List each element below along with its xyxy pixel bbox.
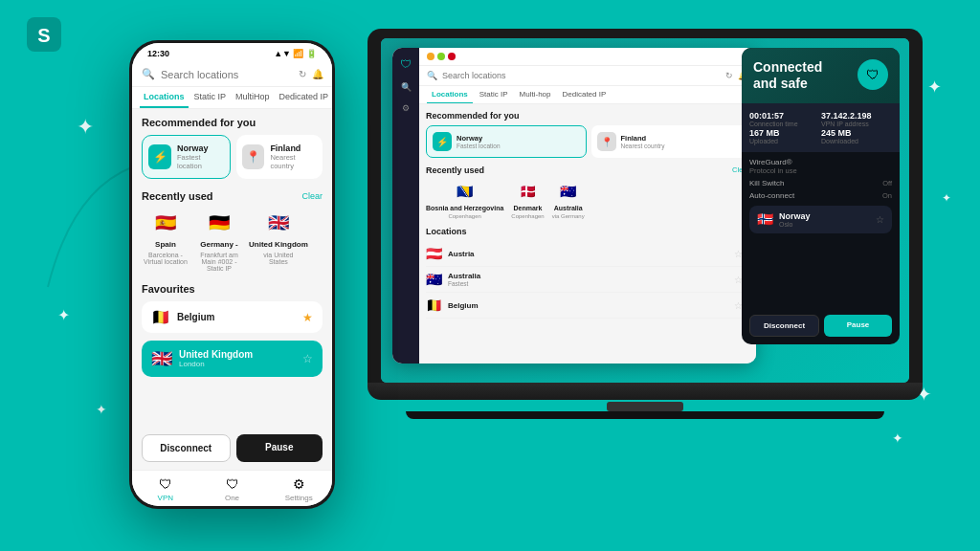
app-flag-denmark-name: Denmark (514, 205, 543, 211)
phone-time: 12:30 (147, 49, 169, 58)
clear-button[interactable]: Clear (301, 191, 323, 201)
connected-sub: London (179, 360, 253, 368)
favourites-section: Favourites 🇧🇪 Belgium ★ (142, 283, 323, 333)
fav-item-belgium[interactable]: 🇧🇪 Belgium ★ (142, 301, 323, 333)
laptop-bezel: 🛡 🔍 ⚙ 🔍 (368, 29, 923, 383)
app-window: 🛡 🔍 ⚙ 🔍 (392, 48, 756, 364)
app-tab-locations[interactable]: Locations (427, 86, 473, 103)
app-search-input[interactable] (442, 71, 721, 80)
flag-uk-name: United Kingdom (249, 240, 308, 249)
app-rec-finland[interactable]: 📍 Finland Nearest country (591, 125, 750, 158)
app-sidebar: 🛡 🔍 ⚙ (392, 48, 419, 364)
app-tab-dedicated[interactable]: Dedicated IP (557, 86, 611, 103)
rec-sub-finland: Nearest country (270, 153, 317, 170)
cp-autoconnect-value: On (882, 191, 892, 200)
nav-settings[interactable]: ⚙ Settings (265, 476, 332, 502)
fav-name-belgium: Belgium (177, 312, 214, 322)
nav-vpn[interactable]: 🛡 VPN (132, 476, 199, 502)
nav-one[interactable]: 🛡 One (199, 476, 266, 502)
flag-germany-sub: Frankfurt am Main #002 - Static IP (195, 252, 243, 272)
close-button[interactable] (448, 53, 456, 60)
app-flag-bosnia-circle: 🇧🇦 (454, 180, 477, 203)
app-flag-australia-sub: via Germany (552, 213, 585, 219)
rec-card-norway[interactable]: ⚡ Norway Fastest location (142, 135, 231, 179)
locations-title: Locations (426, 227, 749, 236)
laptop-screen: 🛡 🔍 ⚙ 🔍 (381, 38, 909, 383)
app-flag-denmark-circle: 🇩🇰 (516, 180, 539, 203)
sparkle-1: ✦ (77, 115, 94, 140)
rec-card-finland[interactable]: 📍 Finland Nearest country (236, 135, 323, 179)
window-controls (427, 53, 456, 60)
cp-stats: 00:01:57 Connection time 37.142.2.198 VP… (742, 103, 900, 152)
rec-icon-finland: 📍 (242, 144, 265, 169)
cp-actions: Disconnect Pause (742, 307, 900, 344)
phone-tab-multihop[interactable]: MultiHop (232, 87, 274, 108)
maximize-button[interactable] (437, 53, 445, 60)
phone-disconnect-button[interactable]: Disconnect (142, 434, 231, 462)
cp-stat-download: 245 MB Downloaded (821, 128, 892, 144)
connected-flag: 🇬🇧 (151, 348, 172, 369)
surfshark-logo: S (27, 17, 61, 52)
location-australia-sub: Fastest (448, 280, 480, 287)
location-australia-name: Australia (448, 272, 480, 280)
connected-banner[interactable]: 🇬🇧 United Kingdom London ☆ (142, 341, 323, 377)
phone-tab-static[interactable]: Static IP (190, 87, 231, 108)
app-refresh-icon[interactable]: ↻ (725, 71, 733, 80)
sidebar-vpn-icon[interactable]: 🛡 (400, 57, 412, 71)
location-australia[interactable]: 🇦🇺 Australia Fastest ☆ › (426, 267, 749, 293)
phone-tab-locations[interactable]: Locations (140, 87, 189, 108)
app-flag-bosnia[interactable]: 🇧🇦 Bosnia and Herzegovina Copenhagen (426, 180, 503, 219)
laptop-mockup: 🛡 🔍 ⚙ 🔍 (368, 29, 923, 419)
recent-flags-row: 🇪🇸 Spain Barcelona - Virtual location 🇩🇪… (142, 209, 323, 272)
cp-stat-time: 00:01:57 Connection time (749, 111, 820, 127)
app-tab-multihop[interactable]: Multi-hop (515, 86, 556, 103)
cp-autoconnect-name: Auto-connect (749, 191, 794, 200)
cp-ip-label: VPN IP address (821, 121, 892, 127)
connected-star-icon[interactable]: ☆ (302, 352, 313, 365)
cp-location[interactable]: 🇳🇴 Norway Oslo ☆ (749, 206, 892, 233)
app-flag-denmark[interactable]: 🇩🇰 Denmark Copenhagen (511, 180, 544, 219)
phone-tabs: Locations Static IP MultiHop Dedicated I… (132, 87, 332, 109)
app-rec-icon-finland: 📍 (597, 132, 616, 151)
phone-search-input[interactable] (161, 69, 293, 80)
sidebar-settings-icon[interactable]: ⚙ (402, 103, 410, 113)
phone-refresh-icon[interactable]: ↻ (299, 69, 306, 79)
flag-uk[interactable]: 🇬🇧 United Kingdom via United States (249, 209, 308, 272)
app-flag-australia-circle: 🇦🇺 (557, 180, 580, 203)
cp-pause-button[interactable]: Pause (824, 315, 892, 337)
phone-search-bar[interactable]: 🔍 ↻ 🔔 (132, 62, 332, 87)
cp-header: Connectedand safe 🛡 (742, 48, 900, 103)
sidebar-search-icon[interactable]: 🔍 (401, 82, 412, 92)
cp-features: WireGuard® Protocol in use Kill Switch O… (742, 152, 900, 206)
rec-name-norway: Norway (177, 143, 224, 153)
app-recommended-row: ⚡ Norway Fastest location 📍 Finland (426, 125, 749, 158)
app-search-bar[interactable]: 🔍 ↻ 🔔 (419, 66, 756, 86)
phone-tab-dedicated[interactable]: Dedicated IP (276, 87, 332, 108)
flag-germany[interactable]: 🇩🇪 Germany - Frankfurt am Main #002 - St… (195, 209, 243, 272)
cp-disconnect-button[interactable]: Disconnect (749, 315, 819, 337)
svg-text:S: S (37, 25, 50, 46)
nav-one-icon: 🛡 (226, 476, 239, 492)
flag-spain-circle: 🇪🇸 (151, 209, 180, 237)
app-tab-static[interactable]: Static IP (475, 86, 513, 103)
cp-wireguard: WireGuard® Protocol in use (749, 158, 892, 175)
cp-shield-icon: 🛡 (858, 59, 888, 90)
laptop-trackpad (607, 402, 683, 411)
cp-killswitch: Kill Switch Off (749, 179, 892, 187)
location-belgium-flag: 🇧🇪 (426, 298, 442, 313)
cp-killswitch-name: Kill Switch (749, 179, 784, 187)
location-austria[interactable]: 🇦🇹 Austria ☆ › (426, 241, 749, 267)
cp-loc-star[interactable]: ☆ (876, 214, 884, 225)
cp-stat-upload: 167 MB Uploaded (749, 128, 820, 144)
phone-bell-icon[interactable]: 🔔 (312, 69, 323, 79)
phone-mockup: 12:30 ▲▼ 📶 🔋 🔍 ↻ 🔔 Locations Static IP M… (129, 40, 335, 509)
phone-pause-button[interactable]: Pause (236, 434, 323, 462)
app-rec-icon-norway: ⚡ (433, 132, 452, 151)
location-belgium[interactable]: 🇧🇪 Belgium ☆ › (426, 293, 749, 319)
flag-spain[interactable]: 🇪🇸 Spain Barcelona - Virtual location (142, 209, 189, 272)
fav-star-belgium[interactable]: ★ (302, 311, 313, 324)
minimize-button[interactable] (427, 53, 434, 60)
recently-header: Recently used Clear (142, 190, 323, 202)
app-rec-norway[interactable]: ⚡ Norway Fastest location (426, 125, 587, 158)
app-flag-australia[interactable]: 🇦🇺 Australia via Germany (552, 180, 585, 219)
